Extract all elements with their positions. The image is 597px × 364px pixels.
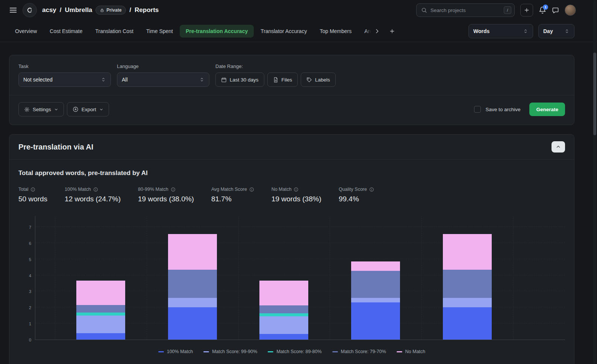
stacked-bar[interactable]: [443, 234, 492, 340]
task-select[interactable]: Not selected: [18, 72, 111, 87]
sort-icon: [523, 29, 528, 34]
settings-button[interactable]: Settings: [18, 102, 64, 116]
stacked-bar[interactable]: [259, 281, 308, 340]
legend-dash: [158, 351, 164, 352]
bar-segment[interactable]: [351, 298, 400, 303]
chart-legend: 100% Match Match Score: 99-90% Match Sco…: [18, 349, 565, 354]
language-select[interactable]: All: [117, 72, 209, 87]
app-logo-icon: [26, 6, 34, 14]
legend-dash: [397, 351, 402, 352]
info-icon[interactable]: [93, 187, 98, 192]
bar-segment[interactable]: [351, 302, 400, 340]
info-icon[interactable]: [369, 187, 374, 192]
bar-segment[interactable]: [76, 313, 125, 315]
bar-segment[interactable]: [259, 316, 308, 334]
breadcrumb-page: Reports: [135, 6, 159, 14]
notifications-button[interactable]: 1: [539, 6, 546, 14]
files-filter-button[interactable]: Files: [267, 72, 298, 87]
search-shortcut-key: /: [504, 6, 511, 14]
bar-segment[interactable]: [168, 270, 217, 298]
stacked-bar[interactable]: [351, 261, 400, 340]
bar-segment[interactable]: [443, 298, 492, 308]
generate-button[interactable]: Generate: [529, 103, 565, 116]
report-card-body: Total approved words, pre-translated by …: [9, 160, 574, 364]
tab-top-members[interactable]: Top Members: [314, 25, 358, 38]
search-box[interactable]: /: [416, 3, 515, 17]
report-subtitle: Total approved words, pre-translated by …: [18, 169, 565, 177]
bar-segment[interactable]: [443, 307, 492, 340]
y-tick-label: 4: [29, 273, 31, 278]
stat-no-match: No Match 19 words (38%): [271, 187, 321, 203]
bar-segment[interactable]: [259, 313, 308, 316]
tab-archive-truncated[interactable]: Archive: [358, 25, 371, 38]
legend-item-99-90[interactable]: Match Score: 99-90%: [203, 349, 257, 354]
report-tabs: Overview Cost Estimate Translation Cost …: [0, 20, 597, 42]
legend-dash: [203, 351, 209, 352]
info-icon[interactable]: [30, 187, 35, 192]
tab-translation-cost[interactable]: Translation Cost: [89, 25, 139, 38]
date-range-label: Date Range:: [215, 63, 336, 69]
bar-segment[interactable]: [76, 281, 125, 305]
bar-segment[interactable]: [443, 270, 492, 298]
legend-item-79-70[interactable]: Match Score: 79-70%: [332, 349, 386, 354]
bar-segment[interactable]: [168, 307, 217, 340]
bar-segment[interactable]: [259, 305, 308, 313]
breadcrumb-org[interactable]: acsy: [42, 6, 56, 14]
bar-segment[interactable]: [76, 333, 125, 340]
period-select[interactable]: Day: [538, 24, 574, 38]
tab-time-spent[interactable]: Time Spent: [140, 25, 179, 38]
legend-item-89-80[interactable]: Match Score: 89-80%: [268, 349, 321, 354]
info-icon[interactable]: [171, 187, 176, 192]
tab-overview[interactable]: Overview: [9, 25, 43, 38]
search-input[interactable]: [430, 8, 500, 13]
scrollbar-thumb[interactable]: [593, 53, 596, 135]
info-icon[interactable]: [249, 187, 254, 192]
hamburger-menu-button[interactable]: [9, 6, 17, 14]
bar-segment[interactable]: [259, 334, 308, 340]
bar-segment[interactable]: [259, 281, 308, 305]
stacked-bar[interactable]: [168, 234, 217, 340]
pre-translation-report-card: Pre-translation via AI Total approved wo…: [9, 134, 574, 364]
generate-group: Save to archive Generate: [474, 103, 565, 116]
bar-segment[interactable]: [351, 261, 400, 271]
bar-segment[interactable]: [443, 234, 492, 270]
bar-segment[interactable]: [76, 305, 125, 313]
bar-segment[interactable]: [168, 234, 217, 270]
create-project-button[interactable]: [520, 4, 533, 17]
tab-cost-estimate[interactable]: Cost Estimate: [44, 25, 88, 38]
chart-category-cell: [421, 216, 513, 340]
stat-80-99-match: 80-99% Match 19 words (38.0%): [138, 187, 194, 203]
export-button[interactable]: Export: [67, 102, 109, 116]
date-range-button[interactable]: Last 30 days: [215, 72, 264, 87]
legend-item-100-match[interactable]: 100% Match: [158, 349, 193, 354]
stacked-bar[interactable]: [76, 281, 125, 340]
breadcrumb-project[interactable]: Umbrella: [65, 6, 92, 14]
lock-icon: [100, 8, 104, 12]
tab-pre-translation-accuracy[interactable]: Pre-translation Accuracy: [180, 25, 254, 38]
legend-item-no-match[interactable]: No Match: [397, 349, 426, 354]
date-range-buttons: Last 30 days Files Labels: [215, 72, 336, 87]
page-scrollbar[interactable]: [593, 0, 596, 364]
caret-down-icon: [99, 107, 103, 112]
bar-segment[interactable]: [351, 271, 400, 298]
chat-icon: [552, 7, 559, 14]
info-icon[interactable]: [294, 187, 298, 192]
add-tab-button[interactable]: [389, 28, 395, 34]
y-tick-label: 3: [29, 289, 31, 294]
app-logo[interactable]: [23, 3, 37, 17]
labels-filter-button[interactable]: Labels: [301, 72, 336, 87]
collapse-card-button[interactable]: [552, 141, 565, 153]
save-to-archive-checkbox[interactable]: [474, 106, 481, 113]
tabs-scroll-right-button[interactable]: [372, 26, 382, 36]
bar-segment[interactable]: [76, 316, 125, 333]
chart-yaxis: 01234567: [18, 216, 35, 340]
hamburger-icon: [9, 6, 17, 14]
calendar-icon: [221, 77, 227, 83]
units-select[interactable]: Words: [468, 24, 533, 38]
user-avatar[interactable]: [565, 5, 576, 16]
messages-button[interactable]: [552, 7, 559, 14]
bar-segment[interactable]: [168, 298, 217, 308]
tab-translator-accuracy[interactable]: Translator Accuracy: [255, 25, 313, 38]
topbar-actions: / 1: [416, 3, 576, 17]
caret-down-icon: [54, 107, 58, 112]
